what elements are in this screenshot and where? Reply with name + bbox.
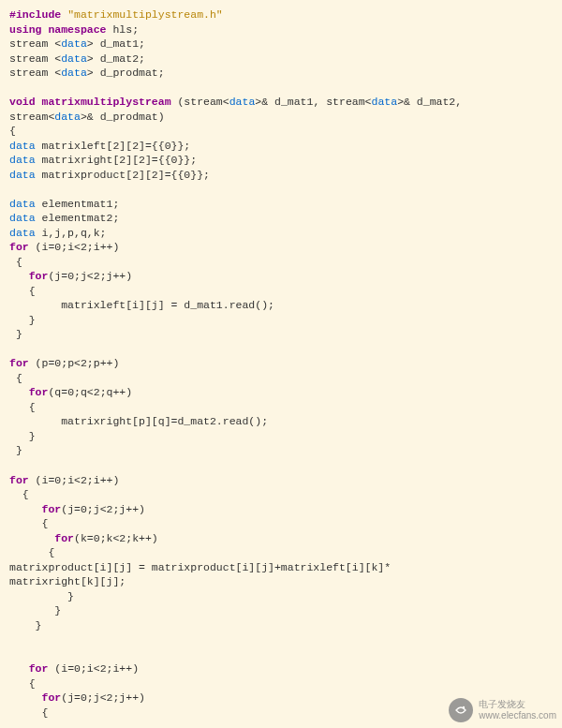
indent bbox=[9, 270, 29, 282]
decl-mprod: matrixproduct[2][2]={{0}}; bbox=[36, 169, 210, 181]
indent bbox=[9, 691, 42, 704]
data-type: data bbox=[229, 96, 256, 108]
for-keyword: for bbox=[29, 662, 49, 675]
fn-params-4a: stream< bbox=[9, 111, 54, 123]
indent bbox=[9, 662, 29, 675]
for-keyword: for bbox=[29, 270, 49, 282]
brace: { bbox=[9, 372, 22, 384]
watermark-logo-icon bbox=[449, 698, 473, 722]
mul-line2: matrixright[k][j]; bbox=[9, 575, 126, 587]
data-type: data bbox=[9, 227, 36, 239]
for-j: (j=0;j<2;j++) bbox=[61, 503, 145, 515]
data-type: data bbox=[9, 154, 36, 166]
fn-params-4b: >& d_prodmat) bbox=[81, 111, 165, 123]
decl-ijk: i,j,p,q,k; bbox=[36, 227, 107, 239]
indent bbox=[9, 386, 29, 398]
indent bbox=[9, 503, 42, 515]
for-keyword: for bbox=[54, 532, 74, 544]
watermark-text: 电子发烧友 www.elecfans.com bbox=[479, 699, 556, 721]
stream-decl-2a: stream < bbox=[9, 52, 61, 65]
watermark-line2: www.elecfans.com bbox=[479, 710, 556, 721]
stream-decl-1b: > d_mat1; bbox=[87, 37, 145, 50]
brace: { bbox=[9, 677, 36, 690]
decl-mright: matrixright[2][2]={{0}}; bbox=[36, 154, 198, 166]
data-type: data bbox=[372, 96, 398, 108]
for-keyword: for bbox=[29, 386, 49, 398]
mul-line1: matrixproduct[i][j] = matrixproduct[i][j… bbox=[9, 561, 391, 573]
for-k: (k=0;k<2;k++) bbox=[74, 532, 158, 544]
brace: } bbox=[9, 328, 22, 340]
brace: { bbox=[9, 285, 36, 297]
brace: { bbox=[9, 546, 54, 558]
for-keyword: for bbox=[42, 691, 62, 704]
for-i: (i=0;i<2;i++) bbox=[29, 474, 120, 486]
brace: } bbox=[9, 430, 36, 442]
brace: } bbox=[9, 314, 36, 326]
for-keyword: for bbox=[9, 474, 29, 486]
data-type: data bbox=[54, 111, 81, 123]
brace: { bbox=[9, 401, 36, 413]
data-type: data bbox=[9, 169, 36, 181]
read-right: matrixright[p][q]=d_mat2.read(); bbox=[9, 415, 268, 427]
for-i: (i=0;i<2;i++) bbox=[29, 241, 120, 253]
decl-em2: elementmat2; bbox=[36, 212, 120, 224]
brace: } bbox=[9, 619, 42, 631]
code-block: #include "matrixmultiplystream.h" using … bbox=[0, 0, 562, 728]
svg-point-0 bbox=[463, 706, 465, 708]
watermark-line1: 电子发烧友 bbox=[479, 699, 556, 710]
watermark: 电子发烧友 www.elecfans.com bbox=[449, 698, 556, 722]
logo-svg-icon bbox=[453, 703, 468, 718]
brace: } bbox=[9, 590, 74, 602]
data-type: data bbox=[9, 140, 36, 152]
for-p: (p=0;p<2;p++) bbox=[29, 357, 120, 369]
data-type: data bbox=[61, 52, 87, 65]
brace: { bbox=[9, 125, 16, 137]
stream-decl-3a: stream < bbox=[9, 67, 61, 79]
brace: { bbox=[9, 517, 48, 529]
data-type: data bbox=[9, 198, 36, 210]
read-left: matrixleft[i][j] = d_mat1.read(); bbox=[9, 299, 274, 311]
data-type: data bbox=[9, 212, 36, 224]
for-keyword: for bbox=[42, 503, 62, 515]
brace: } bbox=[9, 604, 61, 617]
for-q: (q=0;q<2;q++) bbox=[48, 386, 132, 398]
for-keyword: for bbox=[9, 357, 29, 369]
data-type: data bbox=[61, 37, 87, 50]
for-i: (i=0;i<2;i++) bbox=[48, 662, 139, 675]
stream-decl-3b: > d_prodmat; bbox=[87, 67, 165, 79]
function-name: matrixmultiplystream bbox=[42, 96, 171, 108]
fn-params-1: (stream< bbox=[171, 96, 229, 108]
stream-decl-2b: > d_mat2; bbox=[87, 52, 145, 65]
for-j: (j=0;j<2;j++) bbox=[48, 270, 132, 282]
brace: { bbox=[9, 256, 22, 268]
data-type: data bbox=[61, 67, 87, 79]
brace: { bbox=[9, 706, 48, 719]
include-keyword: #include bbox=[9, 8, 61, 21]
indent bbox=[9, 532, 54, 544]
brace: { bbox=[9, 488, 29, 500]
for-j: (j=0;j<2;j++) bbox=[61, 691, 145, 704]
using-ns: hls; bbox=[112, 23, 139, 36]
for-keyword: for bbox=[9, 241, 29, 253]
void-keyword: void bbox=[9, 96, 36, 108]
fn-params-3: >& d_mat2, bbox=[397, 96, 462, 108]
decl-em1: elementmat1; bbox=[36, 198, 120, 210]
include-file: "matrixmultiplystream.h" bbox=[67, 8, 223, 21]
fn-params-2: >& d_mat1, stream< bbox=[255, 96, 371, 108]
decl-mleft: matrixleft[2][2]={{0}}; bbox=[36, 140, 191, 152]
using-keyword: using namespace bbox=[9, 23, 107, 36]
brace: } bbox=[9, 444, 22, 456]
stream-decl-1a: stream < bbox=[9, 37, 61, 50]
